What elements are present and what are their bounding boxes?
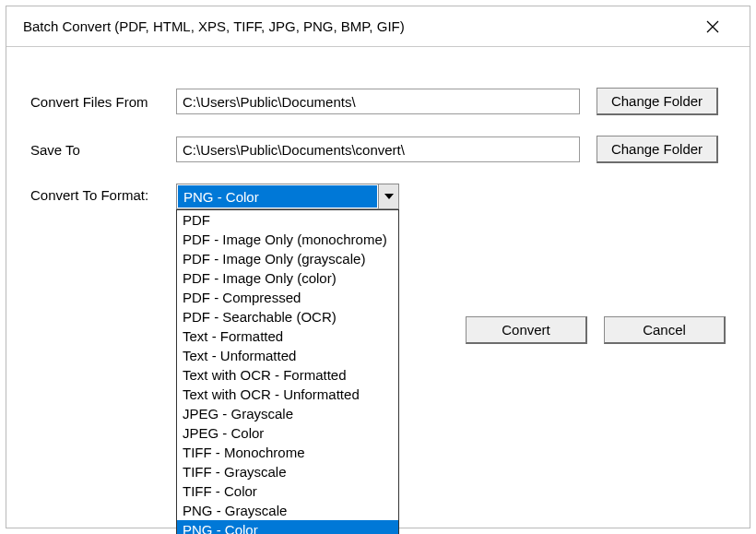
format-option[interactable]: JPEG - Color xyxy=(177,423,398,443)
format-option[interactable]: PDF - Compressed xyxy=(177,288,398,307)
format-dropdown-button[interactable] xyxy=(378,184,398,208)
format-option[interactable]: PDF xyxy=(177,210,398,230)
format-option[interactable]: JPEG - Grayscale xyxy=(177,404,398,423)
format-option[interactable]: Text - Formatted xyxy=(177,326,398,346)
format-option[interactable]: PDF - Image Only (grayscale) xyxy=(177,249,398,268)
convert-button[interactable]: Convert xyxy=(466,316,587,344)
change-folder-from-button[interactable]: Change Folder xyxy=(597,88,718,115)
chevron-down-icon xyxy=(384,194,394,199)
format-selected-value: PNG - Color xyxy=(178,185,377,208)
format-option[interactable]: PDF - Image Only (color) xyxy=(177,268,398,288)
format-dropdown-list[interactable]: PDFPDF - Image Only (monochrome)PDF - Im… xyxy=(176,209,399,534)
cancel-button[interactable]: Cancel xyxy=(604,316,726,344)
format-combobox[interactable]: PNG - Color xyxy=(176,184,399,209)
close-icon xyxy=(706,20,719,33)
titlebar: Batch Convert (PDF, HTML, XPS, TIFF, JPG… xyxy=(6,6,750,47)
format-option[interactable]: Text with OCR - Formatted xyxy=(177,365,398,385)
format-option[interactable]: Text - Unformatted xyxy=(177,346,398,365)
close-button[interactable] xyxy=(692,6,733,47)
format-option[interactable]: PDF - Searchable (OCR) xyxy=(177,307,398,326)
format-option[interactable]: Text with OCR - Unformatted xyxy=(177,385,398,404)
format-option[interactable]: TIFF - Monochrome xyxy=(177,443,398,462)
format-option[interactable]: TIFF - Grayscale xyxy=(177,462,398,481)
format-option[interactable]: PNG - Grayscale xyxy=(177,501,398,520)
format-option[interactable]: PDF - Image Only (monochrome) xyxy=(177,230,398,249)
dialog-title: Batch Convert (PDF, HTML, XPS, TIFF, JPG… xyxy=(23,18,692,34)
save-to-input[interactable] xyxy=(176,136,580,162)
dialog: Batch Convert (PDF, HTML, XPS, TIFF, JPG… xyxy=(6,6,750,528)
convert-from-label: Convert Files From xyxy=(30,94,176,110)
format-option[interactable]: PNG - Color xyxy=(177,520,398,534)
save-to-label: Save To xyxy=(30,142,176,158)
convert-from-input[interactable] xyxy=(176,89,580,114)
format-option[interactable]: TIFF - Color xyxy=(177,481,398,501)
change-folder-saveto-button[interactable]: Change Folder xyxy=(597,136,718,163)
format-label: Convert To Format: xyxy=(30,184,176,203)
